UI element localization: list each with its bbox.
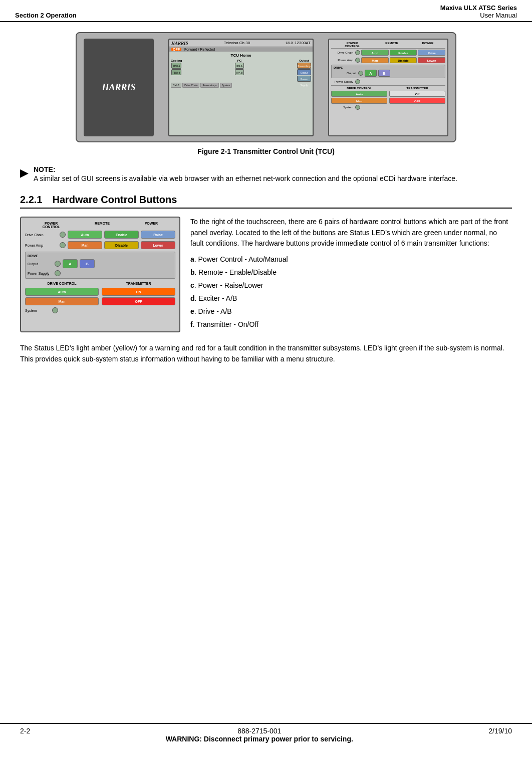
- tcu-control-panel: POWERCONTROL REMOTE POWER Drive Chain Au…: [328, 39, 448, 136]
- hw-led-power-amp: [60, 242, 66, 248]
- hw-transmitter-sub: TRANSMITTER ON OFF: [102, 282, 175, 305]
- section-intro: To the right of the touchscreen, there a…: [190, 217, 512, 249]
- tcu-transmitter-off-2[interactable]: OFF: [389, 98, 445, 104]
- hw-btn-lower[interactable]: Lower: [141, 241, 175, 249]
- hw-btn-raise[interactable]: Raise: [141, 231, 175, 239]
- tcu-col-power: POWER: [410, 42, 445, 48]
- tcu-drive-ctrl-header: DRIVE CONTROL: [331, 87, 387, 90]
- tcu-drive-control-section: DRIVE CONTROL Auto Man: [331, 87, 387, 104]
- tcu-home-title: TCU Home: [171, 53, 311, 58]
- hw-col-power-ctrl: POWERCONTROL: [43, 222, 60, 229]
- footer-date: 2/19/10: [488, 727, 512, 743]
- tcu-led-power-amp: [355, 58, 360, 63]
- figure-container: HARRIS HARRIS Televisa Ch 30 ULX 12300AT…: [20, 32, 512, 155]
- hw-btn-enable[interactable]: Enable: [104, 231, 139, 239]
- hw-col-power: POWER: [145, 222, 158, 229]
- list-item-d: d. Exciter - A/B: [190, 293, 512, 304]
- note-text: NOTE: A similar set of GUI screens is av…: [34, 165, 457, 184]
- hw-led-power-supply: [55, 270, 61, 276]
- main-content: HARRIS HARRIS Televisa Ch 30 ULX 12300AT…: [0, 22, 532, 375]
- hw-sys-row: System: [25, 307, 175, 313]
- hw-transmitter-on[interactable]: ON: [102, 288, 175, 296]
- tcu-btn-lower[interactable]: Lower: [418, 57, 445, 63]
- tcu-off-indicator: OFF: [171, 48, 181, 51]
- tcu-drive-title: DRIVE: [334, 66, 443, 69]
- two-col-layout: POWERCONTROL REMOTE POWER Drive Chain Au…: [20, 217, 512, 332]
- tcu-col-remote: REMOTE: [374, 42, 409, 48]
- hw-drive-ctrl-man[interactable]: Man: [25, 297, 99, 305]
- hw-transmitter-header: TRANSMITTER: [102, 282, 175, 286]
- hw-text-col: To the right of the touchscreen, there a…: [190, 217, 512, 332]
- hw-drive-ctrl-auto[interactable]: Auto: [25, 288, 99, 296]
- tcu-transmitter-off-1[interactable]: Off: [389, 91, 445, 97]
- list-item-a: a. Power Control - Auto/Manual: [190, 254, 512, 265]
- hw-transmitter-btns: ON OFF: [102, 288, 175, 305]
- tcu-transmitter-header: TRANSMITTER: [389, 87, 445, 90]
- list-item-f: f. Transmitter - On/Off: [190, 319, 512, 330]
- tcu-led-system: [355, 105, 360, 110]
- tcu-system-label: System: [331, 106, 354, 109]
- harris-logo-large: HARRIS: [102, 82, 135, 93]
- tcu-status-bar: OFF Forward / Reflected: [169, 47, 313, 52]
- tcu-btn-auto-drive[interactable]: Auto: [361, 50, 389, 56]
- hw-system-label: System: [25, 309, 50, 312]
- tcu-btn-raise[interactable]: Raise: [418, 50, 445, 56]
- manual-title: User Manual: [440, 12, 517, 19]
- note-label: NOTE:: [34, 165, 56, 173]
- header-right: Maxiva ULX ATSC Series User Manual: [440, 4, 517, 19]
- tcu-output-label: Output: [334, 72, 357, 75]
- tcu-btn-enable[interactable]: Enable: [390, 50, 417, 56]
- hw-drive-section: DRIVE Output A B Power Supply: [25, 252, 175, 279]
- tcu-main-screen: TCU Home Cooling PDU A PDU B PG IPA A IP…: [169, 52, 313, 135]
- tcu-row-drive-chain: Drive Chain: [331, 51, 354, 54]
- hw-led-drive-chain: [60, 232, 66, 238]
- hw-col-remote: REMOTE: [95, 222, 110, 229]
- hw-drive-btn-a[interactable]: A: [63, 259, 78, 268]
- section-label: Section 2 Operation: [15, 12, 77, 19]
- tcu-drive-ctrl-man[interactable]: Man: [331, 98, 387, 104]
- section-number: 2.2.1: [20, 194, 42, 206]
- tcu-screen: HARRIS Televisa Ch 30 ULX 12300AT OFF Fo…: [168, 39, 314, 136]
- tcu-drive-btn-b[interactable]: B: [378, 70, 390, 77]
- hw-label-power-amp: Power Amp: [25, 244, 58, 247]
- hw-transmitter-off[interactable]: OFF: [102, 297, 175, 305]
- list-item-c: c. Power - Raise/Lower: [190, 280, 512, 291]
- hw-btn-man[interactable]: Man: [68, 241, 102, 249]
- tcu-screen-header: HARRIS Televisa Ch 30 ULX 12300AT: [169, 40, 313, 47]
- tcu-drive-btn-a[interactable]: A: [365, 70, 377, 77]
- tcu-status-text: Forward / Reflected: [184, 48, 215, 51]
- hw-btn-auto[interactable]: Auto: [68, 231, 102, 239]
- hw-panel-header: POWERCONTROL REMOTE POWER: [25, 222, 175, 229]
- tcu-btn-disable[interactable]: Disable: [390, 57, 417, 63]
- tcu-left-panel: HARRIS: [84, 39, 154, 136]
- tcu-row-power-amp: Power Amp: [331, 59, 354, 62]
- hw-drive-ctrl-header: DRIVE CONTROL: [25, 282, 99, 286]
- tcu-col-power-ctrl: POWERCONTROL: [331, 42, 373, 48]
- footer-warning: WARNING: Disconnect primary power prior …: [166, 735, 353, 743]
- hw-drive-btn-b[interactable]: B: [80, 259, 95, 268]
- series-title: Maxiva ULX ATSC Series: [440, 4, 517, 12]
- tcu-btn-man-power[interactable]: Man: [361, 57, 389, 63]
- hw-btn-disable[interactable]: Disable: [104, 241, 139, 249]
- note-icon: ▶: [20, 166, 29, 179]
- section-title: Hardware Control Buttons: [52, 194, 177, 206]
- hw-led-output: [55, 261, 61, 267]
- hw-row-drive-chain: Drive Chain Auto Enable Raise: [25, 231, 175, 239]
- note-box: ▶ NOTE: A similar set of GUI screens is …: [20, 165, 512, 184]
- hw-row-power-amp: Power Amp Man Disable Lower: [25, 241, 175, 249]
- section-number-title: 2.2.1 Hardware Control Buttons: [20, 194, 512, 209]
- screen-channel: Televisa Ch 30: [224, 41, 250, 45]
- tcu-led-power-supply: [355, 79, 360, 84]
- bottom-text: The Status LED’s light amber (yellow) fo…: [20, 342, 512, 365]
- tcu-led-output: [358, 71, 363, 76]
- hw-drive-ctrl-sub: DRIVE CONTROL Auto Man: [25, 282, 99, 305]
- page-footer: 2-2 888-2715-001 WARNING: Disconnect pri…: [0, 723, 532, 743]
- hw-power-supply-label: Power Supply: [28, 272, 53, 275]
- tcu-transmitter-btns: Off OFF: [389, 91, 445, 104]
- harris-logo-screen: HARRIS: [171, 41, 188, 46]
- hw-drive-title: DRIVE: [28, 254, 173, 258]
- tcu-drive-ctrl-auto[interactable]: Auto: [331, 91, 387, 97]
- tcu-drive-ctrl-btns: Auto Man: [331, 91, 387, 104]
- hw-drive-ctrl-btns: Auto Man: [25, 288, 99, 305]
- section-221-heading: 2.2.1 Hardware Control Buttons: [20, 194, 512, 209]
